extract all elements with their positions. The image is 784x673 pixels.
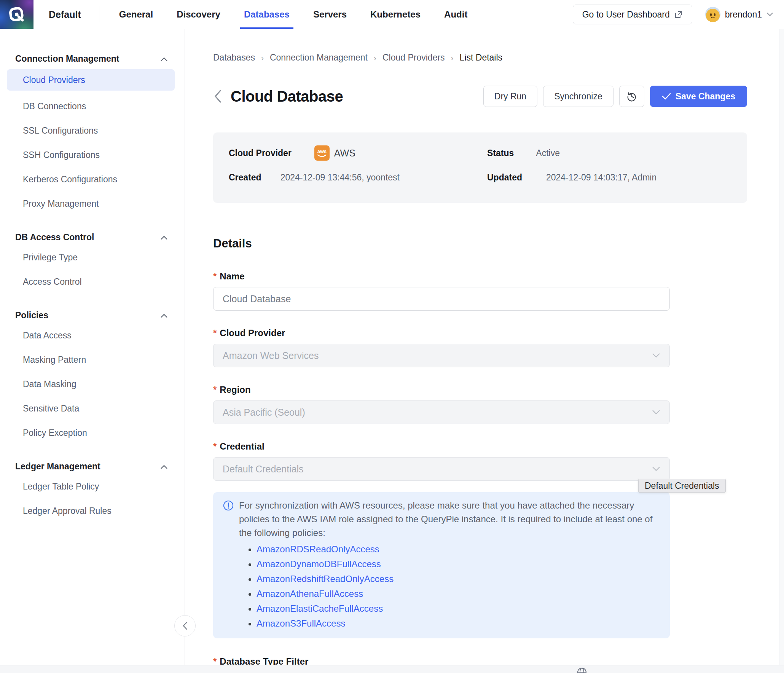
sidebar-item-ledger-approval-rules[interactable]: Ledger Approval Rules — [0, 499, 185, 523]
breadcrumb-item-databases[interactable]: Databases — [213, 53, 255, 63]
policy-link-amazonelasticachefullaccess[interactable]: AmazonElastiCacheFullAccess — [257, 603, 383, 614]
breadcrumb-separator: › — [451, 53, 454, 62]
sidebar-section-policies[interactable]: Policies — [0, 309, 185, 321]
tab-servers[interactable]: Servers — [309, 0, 351, 29]
sidebar-item-ssl-configurations[interactable]: SSL Configurations — [0, 118, 185, 143]
aws-policy-alert: For synchronization with AWS resources, … — [213, 492, 670, 638]
sidebar-item-sensitive-data[interactable]: Sensitive Data — [0, 396, 185, 421]
workspace-name[interactable]: Default — [49, 9, 81, 20]
summary-created-label: Created — [229, 172, 261, 183]
sidebar-item-masking-pattern[interactable]: Masking Pattern — [0, 348, 185, 372]
dry-run-label: Dry Run — [494, 91, 526, 102]
sidebar-item-cloud-providers[interactable]: Cloud Providers — [7, 69, 175, 91]
aws-icon: aws — [314, 145, 330, 161]
cloud-provider-value: Amazon Web Services — [223, 350, 319, 361]
policy-link-amazons3fullaccess[interactable]: AmazonS3FullAccess — [257, 618, 345, 628]
scrollbar-track[interactable] — [779, 29, 784, 673]
credential-label: * Credential — [213, 441, 670, 452]
summary-cloud-provider: Cloud Provider aws AWS — [229, 145, 487, 161]
sidebar-item-data-masking[interactable]: Data Masking — [0, 372, 185, 396]
history-icon — [626, 91, 637, 102]
sidebar-item-privilege-type[interactable]: Privilege Type — [0, 245, 185, 270]
summary-updated-label: Updated — [487, 172, 522, 183]
sidebar-item-ssh-configurations[interactable]: SSH Configurations — [0, 143, 185, 167]
credential-field-group: * Credential Default Credentials — [213, 441, 670, 481]
credential-select[interactable]: Default Credentials — [213, 457, 670, 481]
sidebar-item-policy-exception[interactable]: Policy Exception — [0, 421, 185, 445]
cloud-provider-select[interactable]: Amazon Web Services — [213, 344, 670, 367]
policy-list-item: AmazonRDSReadOnlyAccess — [257, 542, 658, 557]
sidebar-section-label: Connection Management — [15, 54, 119, 64]
sidebar-item-access-control[interactable]: Access Control — [0, 270, 185, 294]
tab-discovery[interactable]: Discovery — [173, 0, 224, 29]
sidebar-item-ledger-table-policy[interactable]: Ledger Table Policy — [0, 474, 185, 499]
sidebar-section-label: DB Access Control — [15, 232, 94, 242]
tab-databases[interactable]: Databases — [240, 0, 293, 29]
info-circle-icon — [223, 500, 234, 511]
go-to-user-dashboard-button[interactable]: Go to User Dashboard — [573, 5, 692, 24]
policy-list-item: AmazonS3FullAccess — [257, 616, 658, 631]
policy-list-item: AmazonDynamoDBFullAccess — [257, 557, 658, 571]
region-field-group: * Region Asia Pacific (Seoul) — [213, 384, 670, 424]
sidebar-item-data-access[interactable]: Data Access — [0, 323, 185, 348]
synchronize-label: Synchronize — [554, 91, 602, 102]
breadcrumb: Databases›Connection Management›Cloud Pr… — [213, 53, 784, 63]
page-title: Cloud Database — [231, 88, 343, 105]
policy-link-list: AmazonRDSReadOnlyAccessAmazonDynamoDBFul… — [223, 542, 658, 631]
policy-link-amazonredshiftreadonlyaccess[interactable]: AmazonRedshiftReadOnlyAccess — [257, 574, 394, 584]
alert-text: For synchronization with AWS resources, … — [239, 499, 658, 540]
sidebar-section-connection-management[interactable]: Connection Management — [0, 53, 185, 64]
region-label: * Region — [213, 384, 670, 395]
sidebar-item-db-connections[interactable]: DB Connections — [0, 94, 185, 118]
chevron-up-icon — [160, 464, 168, 469]
breadcrumb-item-connection-management[interactable]: Connection Management — [270, 53, 368, 63]
summary-cloud-provider-value: aws AWS — [314, 145, 355, 161]
breadcrumb-item-cloud-providers[interactable]: Cloud Providers — [382, 53, 445, 63]
page-title-row: Cloud Database Dry Run Synchronize — [213, 86, 747, 107]
summary-panel: Cloud Provider aws AWS Status Active Cre… — [213, 132, 747, 203]
sidebar-section-ledger-management[interactable]: Ledger Management — [0, 461, 185, 472]
external-link-icon — [674, 10, 683, 19]
breadcrumb-item-list-details[interactable]: List Details — [460, 53, 502, 63]
user-name: brendon1 — [725, 10, 762, 20]
summary-cloud-provider-label: Cloud Provider — [229, 148, 292, 158]
history-button[interactable] — [619, 86, 644, 107]
status-badge: Active — [536, 148, 560, 158]
chevron-down-icon — [766, 12, 773, 17]
save-changes-button[interactable]: Save Changes — [650, 86, 747, 107]
summary-status-label: Status — [487, 148, 514, 158]
policy-link-amazonrdsreadonlyaccess[interactable]: AmazonRDSReadOnlyAccess — [257, 544, 379, 554]
summary-created-value: 2024-12-09 13:44:56, yoontest — [280, 172, 400, 183]
breadcrumb-separator: › — [261, 53, 264, 62]
policy-link-amazondynamodbfullaccess[interactable]: AmazonDynamoDBFullAccess — [257, 559, 381, 569]
sidebar-item-proxy-management[interactable]: Proxy Management — [0, 191, 185, 216]
sidebar-section-db-access-control[interactable]: DB Access Control — [0, 231, 185, 243]
querypie-logo[interactable] — [0, 0, 33, 29]
avatar — [705, 7, 720, 22]
querypie-logo-icon — [8, 6, 25, 23]
summary-status: Status Active — [487, 145, 731, 161]
tab-kubernetes[interactable]: Kubernetes — [367, 0, 424, 29]
synchronize-button[interactable]: Synchronize — [543, 86, 613, 107]
sidebar: Connection ManagementCloud ProvidersDB C… — [0, 29, 185, 673]
tab-audit[interactable]: Audit — [440, 0, 471, 29]
dry-run-button[interactable]: Dry Run — [483, 86, 537, 107]
cloud-provider-field-group: * Cloud Provider Amazon Web Services — [213, 328, 670, 367]
tab-general[interactable]: General — [115, 0, 157, 29]
required-asterisk: * — [213, 384, 217, 395]
chevron-up-icon — [160, 235, 168, 240]
sidebar-collapse-button[interactable] — [174, 615, 196, 636]
required-asterisk: * — [213, 271, 217, 282]
chevron-down-icon — [652, 410, 660, 415]
user-menu[interactable]: brendon1 — [705, 7, 773, 22]
name-input[interactable] — [213, 287, 670, 311]
required-asterisk: * — [213, 328, 217, 338]
back-button[interactable] — [213, 89, 222, 104]
policy-link-amazonathenafullaccess[interactable]: AmazonAthenaFullAccess — [257, 588, 363, 599]
chevron-up-icon — [160, 57, 168, 62]
region-select[interactable]: Asia Pacific (Seoul) — [213, 400, 670, 424]
policy-list-item: AmazonElastiCacheFullAccess — [257, 601, 658, 616]
chevron-left-icon — [213, 89, 222, 104]
credential-tooltip: Default Credentials — [638, 479, 726, 493]
sidebar-item-kerberos-configurations[interactable]: Kerberos Configurations — [0, 167, 185, 191]
